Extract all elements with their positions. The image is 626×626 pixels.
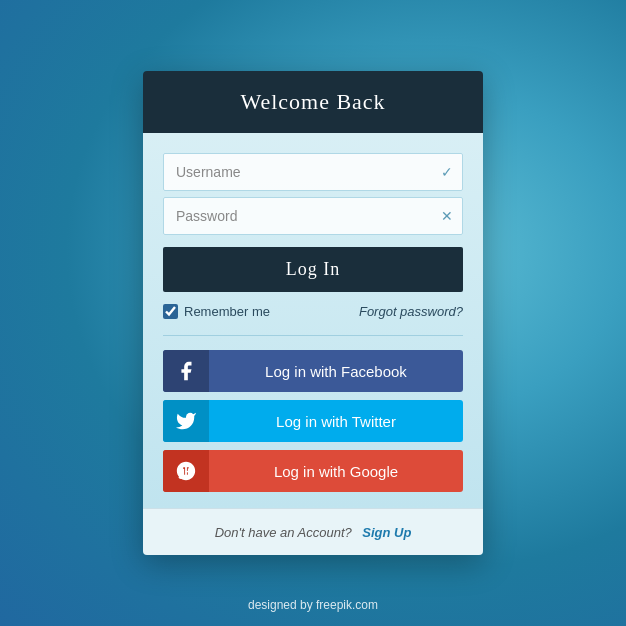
password-wrapper: ✕ (163, 197, 463, 235)
google-icon-wrap: g+ (163, 450, 209, 492)
welcome-title: Welcome Back (163, 89, 463, 115)
google-icon: g+ (175, 460, 197, 482)
twitter-icon-wrap (163, 400, 209, 442)
facebook-button-label: Log in with Facebook (209, 363, 463, 380)
twitter-button-label: Log in with Twitter (209, 413, 463, 430)
facebook-icon-wrap (163, 350, 209, 392)
login-card: Welcome Back ✓ ✕ Log In Remember me Forg… (143, 71, 483, 555)
options-row: Remember me Forgot password? (163, 304, 463, 319)
twitter-icon (175, 410, 197, 432)
login-button[interactable]: Log In (163, 247, 463, 292)
google-login-button[interactable]: g+ Log in with Google (163, 450, 463, 492)
remember-me-text: Remember me (184, 304, 270, 319)
social-buttons: Log in with Facebook Log in with Twitter… (163, 350, 463, 492)
forgot-password-link[interactable]: Forgot password? (359, 304, 463, 319)
twitter-login-button[interactable]: Log in with Twitter (163, 400, 463, 442)
svg-text:g+: g+ (178, 465, 192, 479)
card-footer: Don't have an Account? Sign Up (143, 508, 483, 555)
facebook-login-button[interactable]: Log in with Facebook (163, 350, 463, 392)
card-body: ✓ ✕ Log In Remember me Forgot password? (143, 133, 483, 508)
input-group: ✓ ✕ (163, 153, 463, 235)
no-account-text: Don't have an Account? (215, 525, 352, 540)
checkmark-icon: ✓ (441, 164, 453, 180)
password-input[interactable] (163, 197, 463, 235)
divider (163, 335, 463, 336)
remember-me-checkbox[interactable] (163, 304, 178, 319)
remember-me-label[interactable]: Remember me (163, 304, 270, 319)
facebook-icon (175, 360, 197, 382)
google-button-label: Log in with Google (209, 463, 463, 480)
close-icon: ✕ (441, 208, 453, 224)
username-wrapper: ✓ (163, 153, 463, 191)
username-input[interactable] (163, 153, 463, 191)
credit-text: designed by freepik.com (0, 598, 626, 612)
sign-up-link[interactable]: Sign Up (362, 525, 411, 540)
card-header: Welcome Back (143, 71, 483, 133)
